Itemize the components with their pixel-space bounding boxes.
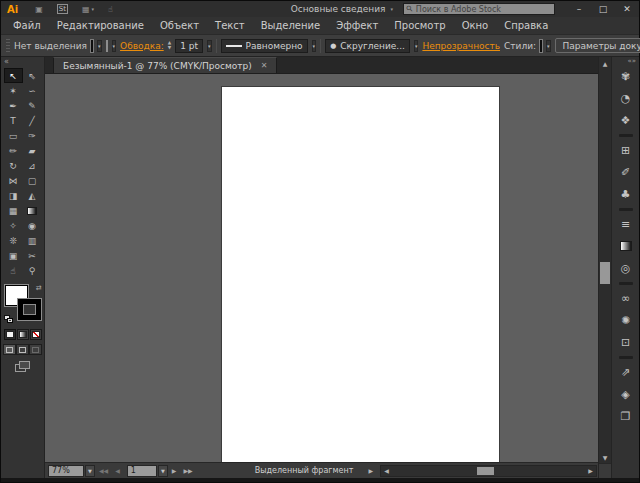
menu-item[interactable]: Выделение <box>253 20 329 31</box>
maximize-button[interactable]: □ <box>591 1 615 17</box>
width-profile-combo[interactable]: Равномерно <box>221 39 308 53</box>
stroke-weight-stepper[interactable]: ▲▼ <box>168 41 171 51</box>
canvas[interactable] <box>45 74 598 462</box>
stroke-indicator[interactable] <box>18 299 41 320</box>
slice-tool[interactable]: ✂ <box>23 248 42 263</box>
swap-fill-stroke-icon[interactable]: ⇄ <box>36 285 42 292</box>
export-icon[interactable]: ⇗ <box>614 361 638 383</box>
column-graph-tool[interactable]: ▥ <box>23 233 42 248</box>
rectangle-tool[interactable]: ▭ <box>4 128 23 143</box>
selection-tool[interactable]: ↖ <box>4 68 23 83</box>
eraser-tool[interactable]: ▰ <box>23 143 42 158</box>
style-swatch[interactable] <box>540 40 542 52</box>
search-input[interactable] <box>416 5 551 14</box>
color-icon[interactable]: ✾ <box>614 65 638 87</box>
expand-panels-icon[interactable]: «» <box>627 57 639 65</box>
arrange-documents-icon[interactable]: ▦▾ <box>75 5 101 14</box>
artboards-icon[interactable]: ❐ <box>614 405 638 427</box>
vertical-scrollbar[interactable]: ▲ ▼ <box>598 57 611 478</box>
type-tool[interactable]: T <box>4 113 23 128</box>
symbols-icon[interactable]: ♣ <box>614 183 638 205</box>
style-dropdown-icon[interactable]: ▾ <box>546 40 551 52</box>
hand-tool[interactable]: ☝ <box>4 263 23 278</box>
tab-close-icon[interactable]: ✕ <box>261 61 268 70</box>
pen-tool[interactable]: ✒ <box>4 98 23 113</box>
css-properties-icon[interactable]: ❖ <box>614 109 638 131</box>
menu-item[interactable]: Просмотр <box>386 20 453 31</box>
horizontal-scrollbar[interactable]: ◀ ▶ <box>380 465 597 477</box>
magic-wand-tool[interactable]: ✶ <box>4 83 23 98</box>
status-popout-icon[interactable]: ▶ <box>354 467 379 474</box>
stroke-icon[interactable]: ≡ <box>614 213 638 235</box>
zoom-tool[interactable]: ⚲ <box>23 263 42 278</box>
minimize-button[interactable]: – <box>567 1 591 17</box>
zoom-level-field[interactable]: 77% <box>48 465 84 477</box>
artboard-dropdown-icon[interactable]: ▼ <box>158 465 168 477</box>
menu-item[interactable]: Файл <box>5 20 49 31</box>
paintbrush-tool[interactable]: ✑ <box>23 128 42 143</box>
eyedropper-tool[interactable]: ✧ <box>4 218 23 233</box>
perspective-grid-tool[interactable]: ◭ <box>23 188 42 203</box>
rotate-tool[interactable]: ↻ <box>4 158 23 173</box>
lasso-tool[interactable]: ∽ <box>23 83 42 98</box>
opacity-panel-link[interactable]: Непрозрачность <box>422 41 500 51</box>
free-transform-tool[interactable]: ▢ <box>23 173 42 188</box>
last-artboard-button[interactable]: ▶▶ <box>180 467 195 474</box>
scale-tool[interactable]: ⊿ <box>23 158 42 173</box>
horizontal-scroll-thumb[interactable] <box>477 467 494 475</box>
scroll-right-icon[interactable]: ▶ <box>585 467 596 474</box>
zoom-dropdown-icon[interactable]: ▼ <box>85 465 95 477</box>
vertical-scroll-track[interactable] <box>599 69 611 451</box>
asset-export-icon[interactable]: ⊡ <box>614 331 638 353</box>
document-tab[interactable]: Безымянный-1 @ 77% (CMYK/Просмотр) ✕ <box>53 57 277 73</box>
document-setup-button[interactable]: Параметры документа <box>555 38 640 53</box>
close-button[interactable]: ✕ <box>615 1 639 17</box>
line-segment-tool[interactable]: ╱ <box>23 113 42 128</box>
brush-dropdown-icon[interactable]: ▾ <box>414 40 419 52</box>
horizontal-scroll-track[interactable] <box>392 466 585 476</box>
panel-drag-grip[interactable] <box>6 39 10 53</box>
menu-item[interactable]: Эффект <box>328 20 386 31</box>
brushes-icon[interactable]: ✐ <box>614 161 638 183</box>
menu-item[interactable]: Окно <box>454 20 497 31</box>
scroll-down-icon[interactable]: ▼ <box>599 451 611 463</box>
fill-dropdown-icon[interactable]: ▾ <box>97 40 102 52</box>
symbol-sprayer-tool[interactable]: ❊ <box>4 233 23 248</box>
layers-icon[interactable]: ◈ <box>614 383 638 405</box>
scroll-left-icon[interactable]: ◀ <box>381 467 392 474</box>
none-mode-button[interactable] <box>30 329 42 340</box>
stroke-dropdown-icon[interactable]: ▾ <box>112 40 117 52</box>
vertical-scroll-thumb[interactable] <box>600 262 610 284</box>
gradient-tool[interactable] <box>23 203 42 218</box>
stroke-panel-link[interactable]: Обводка: <box>120 41 164 51</box>
menu-item[interactable]: Редактирование <box>49 20 152 31</box>
fill-color-swatch[interactable] <box>91 40 93 52</box>
menu-item[interactable]: Объект <box>152 20 207 31</box>
artboard-number-field[interactable]: 1 <box>127 465 157 477</box>
share-icon[interactable]: ☝ <box>101 5 120 14</box>
gradient-icon[interactable] <box>614 235 638 257</box>
color-guide-icon[interactable]: ◔ <box>614 87 638 109</box>
mesh-tool[interactable]: ▦ <box>4 203 23 218</box>
menu-item[interactable]: Текст <box>207 20 253 31</box>
width-profile-dropdown-icon[interactable]: ▾ <box>312 40 317 52</box>
next-artboard-button[interactable]: ▶ <box>169 467 180 474</box>
collapse-panel-icon[interactable]: « <box>1 57 9 66</box>
draw-normal-button[interactable] <box>3 344 16 355</box>
brush-definition-combo[interactable]: ●Скругление... <box>325 39 410 53</box>
swatches-icon[interactable]: ⊞ <box>614 139 638 161</box>
blend-tool[interactable]: ◉ <box>23 218 42 233</box>
first-artboard-button[interactable]: ◀◀ <box>96 467 111 474</box>
screen-mode-button[interactable] <box>15 361 30 372</box>
scroll-up-icon[interactable]: ▲ <box>599 57 611 69</box>
color-mode-button[interactable] <box>4 329 16 340</box>
prev-artboard-button[interactable]: ◀ <box>112 467 123 474</box>
workspace-switcher[interactable]: Основные сведения ▾ <box>281 4 403 14</box>
artboard[interactable] <box>221 86 500 462</box>
color-themes-icon[interactable]: ✺ <box>614 309 638 331</box>
direct-selection-tool[interactable]: ⇖ <box>23 68 42 83</box>
gradient-mode-button[interactable] <box>17 329 29 340</box>
draw-behind-button[interactable] <box>16 344 29 355</box>
artboard-tool[interactable]: ▣ <box>4 248 23 263</box>
adobe-stock-icon[interactable]: St <box>50 4 75 14</box>
